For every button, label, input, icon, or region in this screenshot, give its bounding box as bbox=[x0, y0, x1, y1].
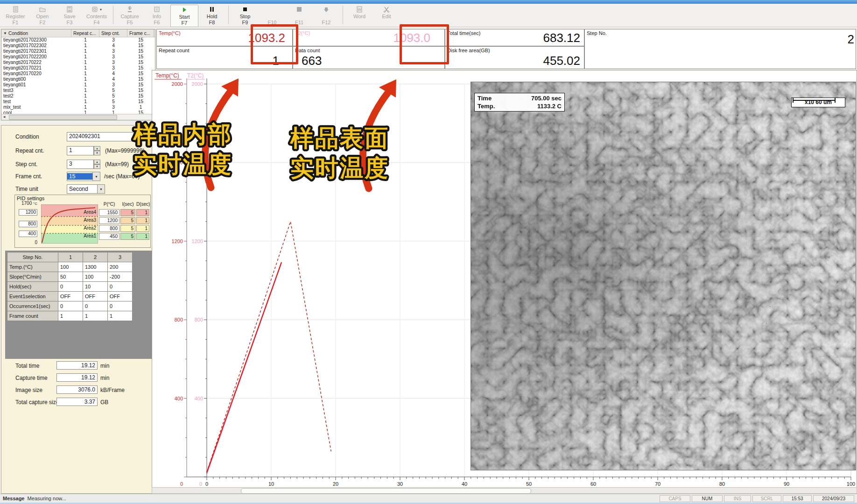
toolbar-button-contents[interactable]: ▼ContentsF4 bbox=[83, 5, 110, 26]
spin-up-icon[interactable]: ▲ bbox=[94, 146, 100, 151]
toolbar-separator bbox=[343, 6, 343, 24]
toolbar-button-info[interactable]: iInfoF6 bbox=[143, 5, 170, 26]
condition-list-row[interactable]: test1515 bbox=[1, 99, 155, 105]
condition-list-row[interactable]: tieyangti201702201415 bbox=[1, 71, 155, 77]
step-table-row: Hold(sec)0100 bbox=[7, 282, 133, 292]
condition-list-column-header[interactable]: Step cnt. bbox=[99, 29, 127, 37]
toolbar-button-word[interactable]: WWord bbox=[346, 5, 373, 26]
pid-p-value[interactable]: 800 bbox=[99, 225, 119, 232]
step-cell-value[interactable]: OFF bbox=[58, 292, 83, 301]
toolbar-button-edit[interactable]: Edit bbox=[373, 5, 400, 26]
svg-text:400: 400 bbox=[195, 396, 203, 401]
step-cell-value[interactable]: 100 bbox=[58, 262, 83, 272]
toolbar-button-f10[interactable]: F10 bbox=[259, 5, 286, 26]
condition-list-row[interactable]: tieyangti20170223021415 bbox=[1, 43, 155, 49]
pid-axis-400[interactable]: 400 bbox=[19, 231, 37, 237]
step-cell-value[interactable]: OFF bbox=[83, 292, 108, 301]
condition-list-row[interactable]: test21515 bbox=[1, 93, 155, 99]
combo-dropdown-icon[interactable]: ▼ bbox=[97, 185, 105, 193]
pid-p-value[interactable]: 450 bbox=[99, 233, 119, 240]
pid-d-value[interactable]: 1 bbox=[136, 233, 149, 240]
step-row-label: Hold(sec) bbox=[7, 282, 58, 292]
svg-text:1200: 1200 bbox=[192, 238, 203, 244]
step-cell-value[interactable]: 200 bbox=[108, 262, 133, 272]
condition-list-column-header[interactable]: ▼Condition bbox=[1, 29, 71, 37]
step-cnt-hint: (Max=99) bbox=[105, 161, 129, 168]
filter-funnel-icon[interactable]: ▼ bbox=[3, 31, 7, 35]
step-cell-value[interactable]: 0 bbox=[58, 282, 83, 292]
spin-down-icon[interactable]: ▼ bbox=[94, 164, 100, 169]
pid-d-value[interactable]: 1 bbox=[136, 217, 149, 224]
status-cell-num: NUM bbox=[692, 495, 723, 502]
condition-list-scrollbar[interactable]: ◄ bbox=[1, 114, 155, 120]
step-cell-value[interactable]: 1 bbox=[58, 311, 83, 321]
save-icon bbox=[66, 5, 73, 14]
annotation-box-surface-temp bbox=[400, 24, 449, 64]
time-unit-value[interactable]: Second bbox=[67, 186, 97, 192]
toolbar-button-stop[interactable]: StopF9 bbox=[232, 5, 259, 26]
chart-horizontal-scrollbar[interactable] bbox=[152, 487, 857, 494]
pid-d-value[interactable]: 1 bbox=[136, 209, 149, 216]
pid-axis-1200[interactable]: 1200 bbox=[19, 209, 37, 216]
step-cell-value[interactable]: 0 bbox=[108, 282, 133, 292]
step-cnt-input[interactable]: 3 bbox=[67, 160, 94, 169]
step-table-header-row: Step No.123 bbox=[7, 252, 133, 262]
pid-p-value[interactable]: 1200 bbox=[99, 217, 119, 224]
step-cell-value[interactable]: 0 bbox=[108, 301, 133, 311]
pid-i-value[interactable]: 5 bbox=[120, 233, 135, 240]
scroll-left-arrow-icon[interactable]: ◄ bbox=[2, 115, 6, 119]
scrollbar-thumb[interactable] bbox=[9, 115, 117, 120]
condition-list-row[interactable]: tieyangti201702221315 bbox=[1, 60, 155, 65]
step-cnt-spinner[interactable]: ▲▼ bbox=[94, 160, 100, 169]
toolbar-button-hold[interactable]: HoldF8 bbox=[198, 5, 225, 26]
condition-list-row[interactable]: tieyangti20170222001315 bbox=[1, 54, 155, 60]
repeat-cnt-input[interactable]: 1 bbox=[67, 146, 94, 155]
pid-axis-800[interactable]: 800 bbox=[19, 221, 37, 227]
toolbar-button-f12[interactable]: F12 bbox=[313, 5, 340, 26]
spin-up-icon[interactable]: ▲ bbox=[94, 160, 100, 164]
toolbar-button-start[interactable]: StartF7 bbox=[170, 5, 198, 27]
condition-list-column-header[interactable]: Frame c... bbox=[127, 29, 154, 37]
condition-list-row[interactable]: tieyangti20170223011315 bbox=[1, 49, 155, 54]
condition-list-column-header[interactable]: Repeat c... bbox=[71, 29, 99, 37]
pid-i-value[interactable]: 5 bbox=[120, 225, 135, 232]
time-unit-combo[interactable]: Second ▼ bbox=[67, 184, 105, 194]
step-cell-value[interactable]: 100 bbox=[83, 272, 108, 282]
condition-list-row[interactable]: mix_test131 bbox=[1, 105, 155, 110]
spin-down-icon[interactable]: ▼ bbox=[94, 151, 100, 155]
condition-list-row[interactable]: tieyangti001415 bbox=[1, 77, 155, 82]
toolbar-button-capture[interactable]: CaptureF5 bbox=[116, 5, 143, 26]
scrollbar-thumb[interactable] bbox=[241, 488, 531, 494]
condition-list-row[interactable]: tieyangti011315 bbox=[1, 82, 155, 88]
condition-input[interactable]: 2024092301 bbox=[67, 132, 150, 141]
step-cell-value[interactable]: 0 bbox=[58, 301, 83, 311]
toolbar-button-register[interactable]: RegisterF1 bbox=[2, 5, 29, 26]
condition-list-row[interactable]: tieyangti20170223001315 bbox=[1, 37, 155, 43]
status-cell-scrl: SCRL bbox=[752, 495, 781, 502]
condition-list-row[interactable]: tieyangti201702211315 bbox=[1, 65, 155, 71]
pid-i-value[interactable]: 5 bbox=[120, 209, 135, 216]
repeat-cnt-spinner[interactable]: ▲▼ bbox=[94, 146, 100, 155]
pid-i-value[interactable]: 5 bbox=[120, 217, 135, 224]
pid-p-value[interactable]: 1550 bbox=[99, 209, 119, 216]
toolbar-button-f11[interactable]: F11 bbox=[286, 5, 313, 26]
step-cell-value[interactable]: 1 bbox=[108, 311, 133, 321]
step-cell-value[interactable]: 1300 bbox=[83, 262, 108, 272]
step-cell-value[interactable]: -200 bbox=[108, 272, 133, 282]
condition-list-row[interactable]: test31515 bbox=[1, 88, 155, 93]
pid-d-value[interactable]: 1 bbox=[136, 225, 149, 232]
step-cell-value[interactable]: 0 bbox=[83, 301, 108, 311]
chevron-down-icon[interactable]: ▼ bbox=[99, 8, 103, 11]
frame-cnt-value[interactable]: 15 bbox=[67, 173, 92, 180]
step-cell-value[interactable]: OFF bbox=[108, 292, 133, 301]
status-message-label: Message bbox=[3, 496, 24, 501]
toolbar-button-save[interactable]: SaveF3 bbox=[56, 5, 83, 26]
step-cell-value[interactable]: 1 bbox=[83, 311, 108, 321]
step-cell-value[interactable]: 50 bbox=[58, 272, 83, 282]
combo-dropdown-icon[interactable]: ▼ bbox=[92, 172, 100, 181]
step-cell-value[interactable]: 10 bbox=[83, 282, 108, 292]
frame-cnt-combo[interactable]: 15 ▼ bbox=[67, 172, 100, 181]
svg-text:20: 20 bbox=[333, 481, 338, 487]
contents-icon: ▼ bbox=[91, 5, 103, 14]
toolbar-button-open[interactable]: OpenF2 bbox=[29, 5, 56, 26]
